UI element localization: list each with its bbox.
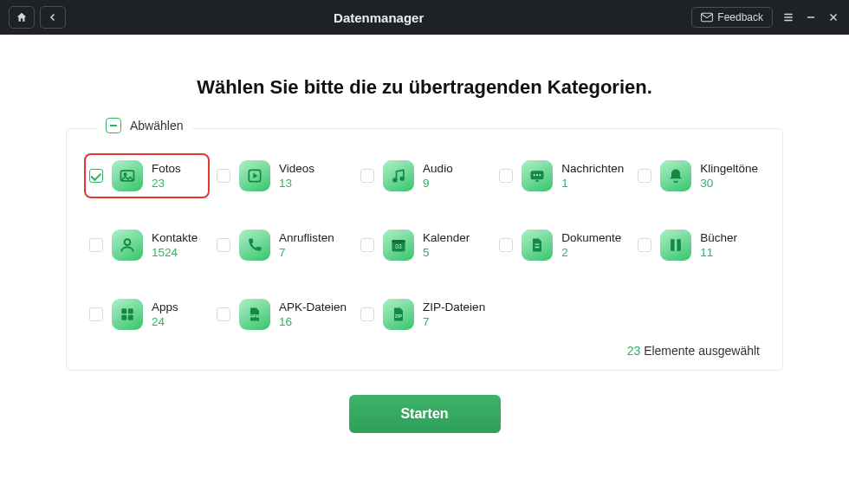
svg-point-8 — [536, 174, 538, 176]
category-checkbox-apk[interactable] — [217, 307, 230, 321]
contact-icon — [112, 229, 143, 261]
zip-icon: ZIP — [383, 299, 414, 330]
panel-wrap: Abwählen Fotos23Videos13Audio9Nachrichte… — [66, 128, 783, 371]
category-count: 7 — [279, 246, 334, 259]
category-label: Kalender — [423, 231, 470, 244]
category-checkbox-audio[interactable] — [360, 169, 374, 183]
titlebar-left — [9, 6, 66, 29]
svg-point-2 — [124, 173, 126, 176]
category-text: Klingeltöne30 — [700, 162, 758, 190]
category-count: 1524 — [152, 246, 198, 259]
category-checkbox-nachrichten[interactable] — [499, 169, 513, 183]
svg-point-4 — [393, 178, 397, 182]
category-label: Bücher — [700, 231, 737, 244]
book-icon — [660, 229, 691, 261]
window-controls — [781, 10, 840, 24]
titlebar: Datenmanager Feedback — [0, 0, 849, 35]
category-text: ZIP-Dateien7 — [423, 300, 485, 328]
music-icon — [383, 160, 414, 191]
svg-point-7 — [534, 174, 535, 176]
apps-icon — [112, 299, 143, 330]
category-panel: Fotos23Videos13Audio9Nachrichten1Klingel… — [66, 128, 783, 371]
close-button[interactable] — [826, 10, 840, 24]
category-checkbox-buecher[interactable] — [638, 238, 651, 252]
menu-icon — [782, 11, 794, 23]
svg-point-9 — [539, 174, 541, 176]
category-anruflisten[interactable]: Anruflisten7 — [213, 224, 352, 266]
category-text: Kalender5 — [423, 231, 470, 259]
category-label: Videos — [279, 162, 314, 175]
category-kalender[interactable]: 03Kalender5 — [357, 224, 490, 266]
category-checkbox-fotos[interactable] — [89, 169, 103, 183]
category-checkbox-anruflisten[interactable] — [217, 238, 230, 252]
category-label: Dokumente — [561, 231, 621, 244]
category-checkbox-kontakte[interactable] — [89, 238, 103, 252]
message-icon — [522, 160, 553, 191]
category-buecher[interactable]: Bücher11 — [634, 224, 763, 266]
category-nachrichten[interactable]: Nachrichten1 — [496, 155, 629, 197]
category-count: 13 — [279, 177, 314, 190]
image-icon — [112, 160, 143, 191]
category-label: Kontakte — [152, 231, 198, 244]
page-title: Wählen Sie bitte die zu übertragenden Ka… — [0, 76, 849, 99]
category-count: 11 — [700, 246, 737, 259]
svg-point-5 — [400, 178, 404, 181]
svg-text:APK: APK — [250, 313, 260, 319]
category-label: Anruflisten — [279, 231, 334, 244]
category-klingeltoene[interactable]: Klingeltöne30 — [634, 155, 763, 197]
category-apps[interactable]: Apps24 — [86, 294, 208, 335]
apk-icon: APK — [239, 299, 270, 330]
deselect-control[interactable]: Abwählen — [97, 118, 192, 133]
category-text: Apps24 — [152, 300, 178, 328]
category-count: 7 — [423, 315, 485, 328]
category-text: Videos13 — [279, 162, 314, 190]
mail-icon — [701, 12, 713, 23]
category-checkbox-apps[interactable] — [89, 307, 103, 321]
minimize-button[interactable] — [804, 10, 818, 24]
category-apk[interactable]: APKAPK-Dateien16 — [213, 294, 352, 335]
titlebar-right: Feedback — [691, 7, 840, 28]
category-label: Nachrichten — [561, 162, 624, 175]
deselect-checkbox[interactable] — [106, 118, 121, 133]
deselect-label: Abwählen — [130, 119, 184, 132]
category-fotos[interactable]: Fotos23 — [86, 155, 208, 197]
bell-icon — [660, 160, 691, 191]
category-zip[interactable]: ZIPZIP-Dateien7 — [357, 294, 490, 335]
category-kontakte[interactable]: Kontakte1524 — [86, 224, 208, 266]
category-checkbox-klingeltoene[interactable] — [638, 169, 651, 183]
category-count: 24 — [152, 315, 178, 328]
home-button[interactable] — [9, 6, 35, 29]
category-label: Apps — [152, 300, 178, 313]
category-label: ZIP-Dateien — [423, 300, 485, 313]
svg-text:ZIP: ZIP — [395, 313, 403, 319]
category-label: Fotos — [152, 162, 181, 175]
category-text: Nachrichten1 — [561, 162, 624, 190]
category-text: Bücher11 — [700, 231, 737, 259]
category-audio[interactable]: Audio9 — [357, 155, 490, 197]
close-icon — [827, 11, 839, 23]
feedback-button[interactable]: Feedback — [691, 7, 773, 28]
category-checkbox-videos[interactable] — [217, 169, 230, 183]
category-label: APK-Dateien — [279, 300, 347, 313]
svg-rect-12 — [392, 240, 405, 242]
category-checkbox-zip[interactable] — [360, 307, 374, 321]
svg-point-10 — [125, 239, 131, 245]
svg-rect-14 — [121, 308, 126, 313]
svg-rect-15 — [128, 308, 133, 313]
selection-suffix: Elemente ausgewählt — [644, 344, 760, 358]
start-button[interactable]: Starten — [349, 395, 501, 433]
chevron-left-icon — [48, 12, 58, 23]
category-checkbox-kalender[interactable] — [360, 238, 374, 252]
menu-button[interactable] — [781, 10, 795, 24]
svg-rect-17 — [128, 315, 133, 320]
home-icon — [16, 11, 28, 23]
category-checkbox-dokumente[interactable] — [499, 238, 513, 252]
category-label: Klingeltöne — [700, 162, 758, 175]
selection-summary: 23 Elemente ausgewählt — [627, 344, 760, 358]
category-dokumente[interactable]: Dokumente2 — [496, 224, 629, 266]
category-text: Audio9 — [423, 162, 453, 190]
document-icon — [522, 229, 553, 261]
category-videos[interactable]: Videos13 — [213, 155, 352, 197]
back-button[interactable] — [40, 6, 66, 29]
feedback-label: Feedback — [717, 11, 763, 23]
